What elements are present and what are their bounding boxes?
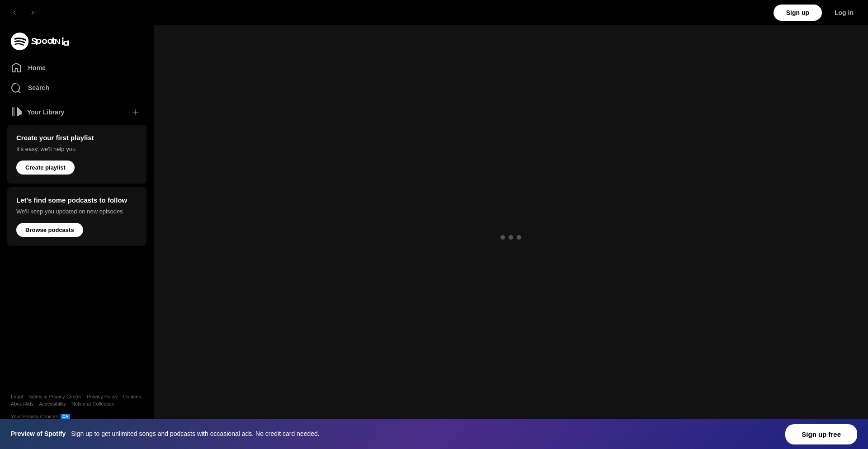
loading-dot-1 xyxy=(500,235,505,240)
sidebar-nav: Home Search xyxy=(0,25,154,98)
home-icon xyxy=(11,62,22,73)
loading-dots xyxy=(500,235,521,240)
privacy-ca-icon: CA xyxy=(61,414,70,419)
create-playlist-button[interactable]: Create playlist xyxy=(16,161,75,175)
footer-link-accessibility[interactable]: Accessibility xyxy=(39,401,66,406)
main-content xyxy=(154,25,868,449)
main-layout: Home Search xyxy=(0,25,868,449)
playlist-card-desc: It's easy, we'll help you xyxy=(16,145,137,153)
podcast-card-title: Let's find some podcasts to follow xyxy=(16,196,137,204)
browse-podcasts-card: Let's find some podcasts to follow We'll… xyxy=(7,187,146,246)
sidebar-item-search[interactable]: Search xyxy=(4,78,150,98)
library-section: Your Library Create your first playlist … xyxy=(0,98,154,449)
browse-podcasts-button[interactable]: Browse podcasts xyxy=(16,223,83,237)
library-title-text: Your Library xyxy=(27,109,64,116)
preview-bar: Preview of Spotify Sign up to get unlimi… xyxy=(0,419,868,449)
forward-button[interactable] xyxy=(25,5,40,20)
top-bar: Sign up Log in xyxy=(0,0,868,25)
chevron-right-icon xyxy=(29,9,36,16)
library-header: Your Library xyxy=(4,101,150,125)
library-add-button[interactable] xyxy=(128,105,143,119)
login-button[interactable]: Log in xyxy=(827,5,861,21)
spotify-logo-icon xyxy=(11,33,70,51)
sidebar-item-home[interactable]: Home xyxy=(4,58,150,78)
podcast-card-desc: We'll keep you updated on new episodes xyxy=(16,208,137,216)
library-icon xyxy=(11,106,22,118)
footer-link-cookies[interactable]: Cookies xyxy=(123,394,141,399)
nav-controls xyxy=(7,5,40,20)
create-playlist-card: Create your first playlist It's easy, we… xyxy=(7,125,146,184)
privacy-choices-text: Your Privacy Choices xyxy=(11,414,58,419)
footer-link-legal[interactable]: Legal xyxy=(11,394,23,399)
preview-title: Preview of Spotify xyxy=(11,430,66,437)
loading-dot-2 xyxy=(509,235,513,240)
home-label: Home xyxy=(28,64,46,71)
sidebar: Home Search xyxy=(0,25,154,449)
search-icon xyxy=(11,82,22,93)
plus-icon xyxy=(132,109,139,116)
back-button[interactable] xyxy=(7,5,22,20)
auth-buttons: Sign up Log in xyxy=(774,5,861,21)
privacy-choices[interactable]: Your Privacy Choices CA xyxy=(11,414,143,419)
library-title-btn[interactable]: Your Library xyxy=(11,106,64,118)
preview-text: Preview of Spotify Sign up to get unlimi… xyxy=(11,430,320,439)
footer-link-privacy-policy[interactable]: Privacy Policy xyxy=(87,394,118,399)
loading-dot-3 xyxy=(517,235,521,240)
footer-link-safety[interactable]: Safety & Privacy Center xyxy=(28,394,81,399)
signup-button[interactable]: Sign up xyxy=(774,5,822,21)
playlist-card-title: Create your first playlist xyxy=(16,134,137,142)
search-label: Search xyxy=(28,84,49,91)
footer-links: Legal Safety & Privacy Center Privacy Po… xyxy=(11,394,143,406)
preview-desc: Sign up to get unlimited songs and podca… xyxy=(71,430,319,437)
chevron-left-icon xyxy=(11,9,18,16)
preview-signup-button[interactable]: Sign up free xyxy=(785,424,857,444)
spotify-logo[interactable] xyxy=(4,29,150,58)
footer-link-about-ads[interactable]: About Ads xyxy=(11,401,33,406)
footer-link-notice[interactable]: Notice at Collection xyxy=(71,401,114,406)
